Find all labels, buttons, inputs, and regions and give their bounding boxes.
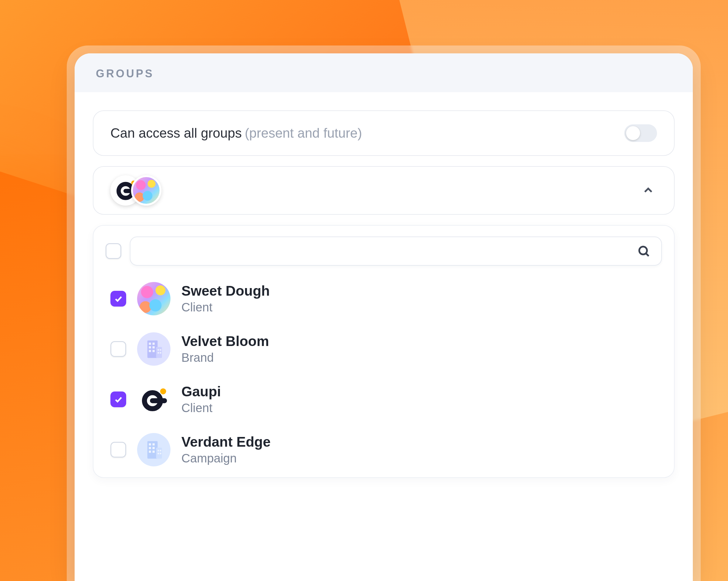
svg-rect-29 [160, 450, 161, 451]
avatar-sweet-dough [137, 282, 171, 315]
group-type: Client [181, 300, 270, 314]
toggle-knob [626, 126, 640, 140]
building-icon [142, 338, 165, 361]
selected-avatar-sweet-dough [131, 175, 161, 206]
groups-list-card: Sweet Dough Client [93, 225, 675, 478]
building-icon [142, 438, 165, 461]
avatar-gaupi [137, 383, 171, 416]
group-checkbox-velvet-bloom[interactable] [110, 341, 126, 357]
svg-rect-22 [152, 443, 154, 445]
gaupi-logo-icon [137, 383, 171, 416]
access-all-card: Can access all groups (present and futur… [93, 110, 675, 156]
svg-rect-14 [160, 349, 161, 350]
svg-rect-13 [157, 349, 159, 350]
avatar-verdant-edge [137, 433, 171, 466]
svg-rect-21 [149, 443, 151, 445]
groups-panel-wrapper: Groups Can access all groups (present an… [67, 46, 701, 581]
selected-avatar-stack [110, 175, 161, 206]
list-controls-row [106, 237, 662, 266]
select-all-checkbox[interactable] [106, 243, 121, 259]
groups-dropdown-header[interactable] [93, 166, 675, 215]
svg-rect-24 [152, 447, 154, 449]
access-all-title: Can access all groups [110, 126, 242, 141]
panel-header: Groups [75, 53, 693, 92]
svg-line-4 [646, 254, 649, 256]
search-icon [637, 244, 650, 258]
panel-title: Groups [96, 67, 672, 80]
group-checkbox-sweet-dough[interactable] [110, 291, 126, 307]
svg-rect-10 [149, 350, 151, 352]
svg-rect-23 [149, 447, 151, 449]
group-item-gaupi[interactable]: Gaupi Client [109, 383, 659, 416]
groups-panel: Groups Can access all groups (present an… [75, 53, 693, 581]
chevron-up-icon [643, 185, 654, 196]
svg-rect-26 [152, 450, 154, 452]
svg-rect-15 [157, 352, 159, 353]
svg-rect-6 [149, 342, 151, 344]
access-all-subtitle: (present and future) [245, 126, 362, 141]
access-all-toggle[interactable] [624, 124, 657, 142]
svg-rect-9 [152, 346, 154, 348]
svg-rect-16 [160, 352, 161, 353]
group-item-velvet-bloom[interactable]: Velvet Bloom Brand [109, 332, 659, 366]
svg-rect-11 [152, 350, 154, 352]
group-type: Brand [181, 351, 269, 365]
svg-point-3 [639, 246, 647, 255]
svg-rect-28 [157, 450, 159, 451]
svg-rect-8 [149, 346, 151, 348]
svg-rect-31 [160, 453, 161, 454]
group-checkbox-verdant-edge[interactable] [110, 442, 126, 457]
group-search-box [130, 237, 662, 266]
group-search-input[interactable] [141, 244, 637, 258]
svg-rect-25 [149, 450, 151, 452]
avatar-velvet-bloom [137, 332, 171, 366]
group-name: Velvet Bloom [181, 334, 269, 349]
group-item-sweet-dough[interactable]: Sweet Dough Client [109, 282, 659, 315]
svg-rect-7 [152, 342, 154, 344]
group-type: Campaign [181, 451, 270, 465]
groups-list: Sweet Dough Client [106, 279, 662, 466]
panel-body: Can access all groups (present and futur… [75, 92, 693, 478]
group-name: Gaupi [181, 384, 221, 399]
group-name: Verdant Edge [181, 434, 270, 450]
group-type: Client [181, 401, 221, 415]
group-name: Sweet Dough [181, 283, 270, 299]
svg-rect-30 [157, 453, 159, 454]
svg-point-19 [160, 389, 166, 395]
group-item-verdant-edge[interactable]: Verdant Edge Campaign [109, 433, 659, 466]
group-checkbox-gaupi[interactable] [110, 392, 126, 407]
svg-marker-18 [160, 397, 166, 404]
